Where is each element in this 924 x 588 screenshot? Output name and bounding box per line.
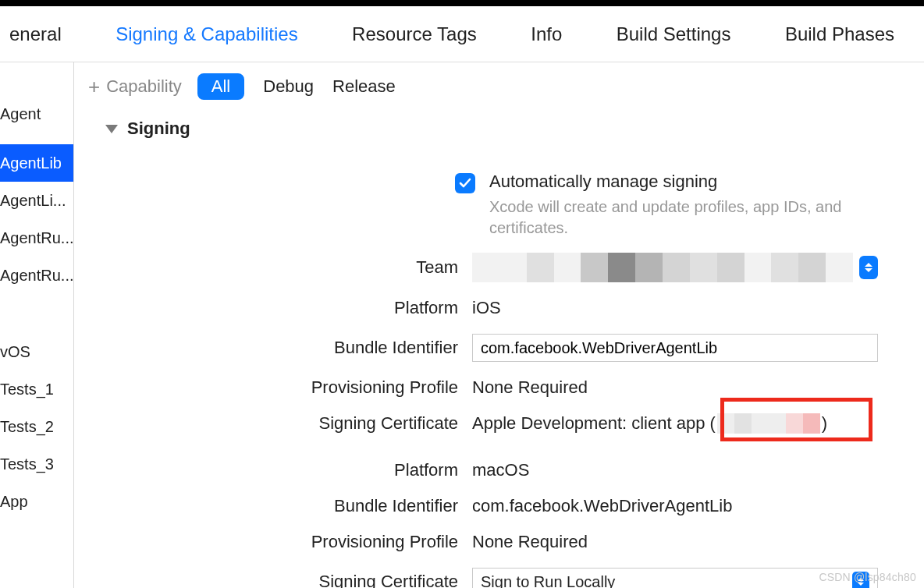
platform-label-macos: Platform — [113, 460, 472, 480]
team-dropdown[interactable] — [472, 253, 878, 282]
platform-value-macos: macOS — [472, 460, 924, 480]
auto-manage-subtext: Xcode will create and update profiles, a… — [489, 197, 911, 239]
segment-debug[interactable]: Debug — [263, 76, 314, 97]
segment-all[interactable]: All — [197, 73, 244, 100]
auto-manage-checkbox[interactable] — [455, 173, 475, 193]
sidebar-item-agentlib[interactable]: AgentLib — [0, 144, 73, 182]
bundle-label-macos: Bundle Identifier — [113, 496, 472, 516]
bundle-identifier-input-ios[interactable] — [472, 334, 878, 362]
sidebar-item-tests-1[interactable]: Tests_1 — [0, 370, 73, 408]
segment-release[interactable]: Release — [332, 76, 396, 97]
tab-build-phases[interactable]: Build Phases — [765, 23, 915, 45]
config-segment: All Debug Release — [197, 73, 396, 100]
add-capability-label: Capability — [106, 76, 182, 97]
watermark-text: CSDN @lsp84ch80 — [819, 571, 916, 583]
section-title: Signing — [127, 119, 190, 139]
updown-arrows-icon — [859, 256, 878, 279]
sidebar-item-agentru-1[interactable]: AgentRu... — [0, 219, 73, 257]
cert-value-ios: Apple Development: client app ( ) — [472, 413, 924, 434]
bundle-label-ios: Bundle Identifier — [113, 338, 472, 358]
tab-general[interactable]: eneral — [9, 23, 82, 45]
cert-redacted — [717, 413, 820, 434]
plus-icon: + — [88, 75, 100, 99]
sidebar-item-app[interactable]: App — [0, 483, 73, 520]
cert-text-prefix: Apple Development: client app ( — [472, 413, 716, 434]
team-redacted-value — [472, 253, 853, 282]
signing-section-header[interactable]: Signing — [74, 114, 924, 139]
provisioning-value-ios: None Required — [472, 377, 924, 398]
top-tab-bar: eneral Signing & Capabilities Resource T… — [0, 6, 924, 62]
auto-manage-label: Automatically manage signing — [489, 172, 911, 192]
sidebar-item-tests-3[interactable]: Tests_3 — [0, 445, 73, 483]
cert-dropdown-macos[interactable]: Sign to Run Locally — [472, 568, 878, 588]
add-capability-button[interactable]: + Capability — [88, 75, 182, 99]
checkmark-icon — [459, 177, 471, 190]
target-sidebar: Agent AgentLib AgentLi... AgentRu... Age… — [0, 62, 74, 588]
team-label: Team — [113, 257, 472, 278]
sidebar-item-tests-2[interactable]: Tests_2 — [0, 408, 73, 445]
tab-info[interactable]: Info — [510, 23, 582, 45]
platform-label-ios: Platform — [113, 298, 472, 318]
sidebar-item-agentru-2[interactable]: AgentRu... — [0, 257, 73, 294]
window-top-bar — [0, 0, 924, 6]
provisioning-label-ios: Provisioning Profile — [113, 377, 472, 398]
cert-label-ios: Signing Certificate — [113, 413, 472, 434]
sidebar-item-agent[interactable]: Agent — [0, 95, 73, 133]
capabilities-toolbar: + Capability All Debug Release — [74, 62, 924, 114]
signing-form: Automatically manage signing Xcode will … — [74, 139, 924, 588]
provisioning-value-macos: None Required — [472, 532, 924, 552]
cert-label-macos: Signing Certificate — [113, 572, 472, 588]
bundle-value-macos: com.facebook.WebDriverAgentLib — [472, 496, 924, 516]
cert-text-suffix: ) — [822, 413, 827, 434]
platform-value-ios: iOS — [472, 298, 924, 318]
sidebar-item-vos[interactable]: vOS — [0, 333, 73, 370]
tab-signing-capabilities[interactable]: Signing & Capabilities — [95, 23, 318, 45]
tab-build-settings[interactable]: Build Settings — [596, 23, 752, 45]
cert-dropdown-value: Sign to Run Locally — [481, 573, 615, 589]
main-content: + Capability All Debug Release Signing A… — [74, 62, 924, 588]
sidebar-item-agentli[interactable]: AgentLi... — [0, 182, 73, 219]
provisioning-label-macos: Provisioning Profile — [113, 532, 472, 552]
disclosure-triangle-icon — [105, 125, 118, 133]
tab-resource-tags[interactable]: Resource Tags — [332, 23, 497, 45]
